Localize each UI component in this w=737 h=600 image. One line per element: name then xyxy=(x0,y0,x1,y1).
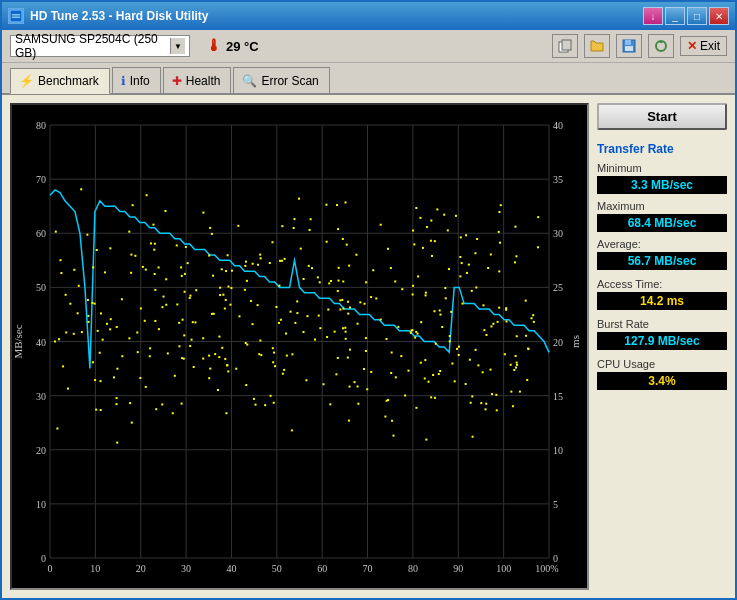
maximize-button[interactable]: □ xyxy=(687,7,707,25)
tab-info[interactable]: ℹ Info xyxy=(112,67,161,93)
svg-rect-6 xyxy=(625,40,631,45)
close-button[interactable]: ✕ xyxy=(709,7,729,25)
title-bar: HD Tune 2.53 - Hard Disk Utility ↓ _ □ ✕ xyxy=(2,2,735,30)
save-icon-btn[interactable] xyxy=(616,34,642,58)
average-value: 56.7 MB/sec xyxy=(597,252,727,270)
drive-selector[interactable]: SAMSUNG SP2504C (250 GB) ▼ xyxy=(10,35,190,57)
benchmark-chart xyxy=(12,105,587,588)
toolbar: SAMSUNG SP2504C (250 GB) ▼ 🌡 29 °C xyxy=(2,30,735,63)
benchmark-tab-icon: ⚡ xyxy=(19,74,34,88)
tab-health[interactable]: ✚ Health xyxy=(163,67,232,93)
tab-bar: ⚡ Benchmark ℹ Info ✚ Health 🔍 Error Scan xyxy=(2,63,735,95)
tab-error-scan[interactable]: 🔍 Error Scan xyxy=(233,67,329,93)
cpu-usage-value: 3.4% xyxy=(597,372,727,390)
app-icon xyxy=(8,8,24,24)
copy-icon-btn[interactable] xyxy=(552,34,578,58)
maximum-value: 68.4 MB/sec xyxy=(597,214,727,232)
minimum-value: 3.3 MB/sec xyxy=(597,176,727,194)
cpu-usage-label: CPU Usage xyxy=(597,358,727,370)
tab-benchmark[interactable]: ⚡ Benchmark xyxy=(10,68,110,94)
health-tab-icon: ✚ xyxy=(172,74,182,88)
svg-rect-0 xyxy=(10,10,22,22)
content-area: Start Transfer Rate Minimum 3.3 MB/sec M… xyxy=(2,95,735,598)
benchmark-chart-container xyxy=(10,103,589,590)
health-tab-label: Health xyxy=(186,74,221,88)
temperature-display: 🌡 29 °C xyxy=(206,37,259,55)
drive-dropdown[interactable]: SAMSUNG SP2504C (250 GB) ▼ xyxy=(10,35,190,57)
stats-section: Transfer Rate Minimum 3.3 MB/sec Maximum… xyxy=(597,142,727,390)
access-time-value: 14.2 ms xyxy=(597,292,727,310)
toolbar-icons: ✕ Exit xyxy=(552,34,727,58)
window-title: HD Tune 2.53 - Hard Disk Utility xyxy=(30,9,643,23)
right-panel: Start Transfer Rate Minimum 3.3 MB/sec M… xyxy=(597,103,727,590)
svg-rect-4 xyxy=(562,40,571,50)
thermometer-icon: 🌡 xyxy=(206,37,222,55)
main-window: HD Tune 2.53 - Hard Disk Utility ↓ _ □ ✕… xyxy=(0,0,737,600)
error-scan-tab-icon: 🔍 xyxy=(242,74,257,88)
minimize-button[interactable]: _ xyxy=(665,7,685,25)
minimum-label: Minimum xyxy=(597,162,727,174)
svg-rect-7 xyxy=(625,46,633,51)
burst-rate-value: 127.9 MB/sec xyxy=(597,332,727,350)
access-time-label: Access Time: xyxy=(597,278,727,290)
dropdown-arrow: ▼ xyxy=(170,38,185,54)
burst-rate-label: Burst Rate xyxy=(597,318,727,330)
average-label: Average: xyxy=(597,238,727,250)
error-scan-tab-label: Error Scan xyxy=(261,74,318,88)
x-icon: ✕ xyxy=(687,39,697,53)
download-button[interactable]: ↓ xyxy=(643,7,663,25)
exit-label: Exit xyxy=(700,39,720,53)
info-tab-icon: ℹ xyxy=(121,74,126,88)
transfer-rate-title: Transfer Rate xyxy=(597,142,727,156)
refresh-icon-btn[interactable] xyxy=(648,34,674,58)
svg-rect-1 xyxy=(12,14,20,16)
window-controls: ↓ _ □ ✕ xyxy=(643,7,729,25)
start-button[interactable]: Start xyxy=(597,103,727,130)
maximum-label: Maximum xyxy=(597,200,727,212)
info-tab-label: Info xyxy=(130,74,150,88)
folder-icon-btn[interactable] xyxy=(584,34,610,58)
svg-rect-2 xyxy=(12,17,20,19)
drive-name: SAMSUNG SP2504C (250 GB) xyxy=(15,32,170,60)
benchmark-tab-label: Benchmark xyxy=(38,74,99,88)
temperature-value: 29 °C xyxy=(226,39,259,54)
exit-button[interactable]: ✕ Exit xyxy=(680,36,727,56)
